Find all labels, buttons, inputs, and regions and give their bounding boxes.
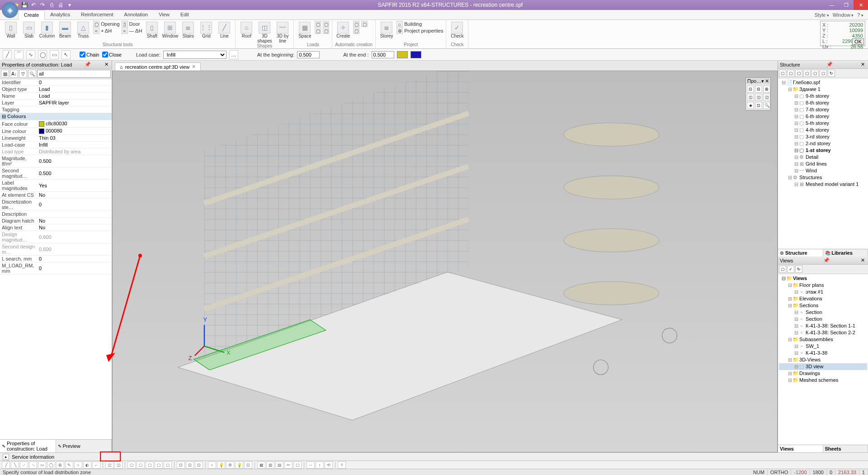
filter-cat-icon[interactable]: ▤ [1, 70, 9, 78]
tool-3d-by-line[interactable]: 〰3D by line [274, 21, 291, 43]
prop-row[interactable]: Label magnitudesYes [0, 180, 112, 192]
auto-tool-2[interactable]: ▢ [353, 28, 359, 34]
tool-space[interactable]: ▦Space [297, 21, 313, 39]
bottom-tool-37[interactable]: ↔ [307, 461, 315, 469]
libraries-tab[interactable]: 📚 Libraries [823, 249, 868, 256]
bottom-tool-27[interactable]: ⚙ [226, 461, 234, 469]
tree-node[interactable]: ⊟📁 Elevations [779, 295, 867, 302]
tool-slab[interactable]: ▭Slab [21, 21, 37, 39]
bottom-tool-18[interactable]: ▢ [155, 461, 163, 469]
bottom-tool-32[interactable]: ▥ [266, 461, 274, 469]
draw-line-icon[interactable]: ╱ [3, 50, 12, 59]
tab-annotation[interactable]: Annotation [119, 10, 154, 19]
bottom-tool-2[interactable]: ⟋ [20, 461, 28, 469]
bottom-tool-35[interactable]: ▢ [293, 461, 302, 469]
load-tool-1[interactable]: ▢ [315, 21, 321, 27]
view-fly-close-icon[interactable]: ✕ [765, 78, 769, 84]
tree-node[interactable]: ⊟▫ Section [779, 309, 867, 316]
tree-node[interactable]: ⊟▢ 7-th storey [779, 106, 867, 113]
filter-funnel-icon[interactable]: ▽ [19, 70, 27, 78]
tab-edit[interactable]: Edit [175, 10, 194, 19]
views-tb-1[interactable]: ▢ [779, 266, 786, 273]
end-input[interactable] [372, 51, 394, 58]
bottom-tool-34[interactable]: ✂ [284, 461, 292, 469]
prop-row[interactable]: Second design m…0.600 [0, 243, 112, 256]
tree-node[interactable]: ⊟⚙ Detail [779, 154, 867, 161]
tool-wall[interactable]: ▯Wall [3, 21, 19, 39]
filter-input[interactable] [37, 70, 111, 78]
coord-ok-button[interactable]: OK [852, 38, 864, 45]
sheets-tab[interactable]: Sheets [823, 445, 868, 452]
bottom-tool-17[interactable]: ▢ [146, 461, 154, 469]
qat-save[interactable]: 💾 [21, 1, 28, 9]
bottom-tool-31[interactable]: ▦ [257, 461, 265, 469]
tree-node[interactable]: ⊟▢ 4-th storey [779, 127, 867, 133]
tool-storey[interactable]: ≣Storey [378, 21, 395, 39]
bottom-tool-5[interactable]: ◯ [47, 461, 55, 469]
struct-tb-6[interactable]: ▢ [820, 70, 827, 77]
tree-node[interactable]: ⊟▢ 1-st storey [779, 147, 867, 154]
tree-node[interactable]: ⊟📁 Floor plans [779, 282, 867, 289]
tool-column[interactable]: ▮Column [39, 21, 55, 39]
color-swatch-2[interactable] [410, 51, 421, 58]
auto-tool-1[interactable]: ▢ [353, 21, 359, 27]
bottom-tool-7[interactable]: ✎ [65, 461, 73, 469]
chain-checkbox[interactable] [80, 52, 85, 57]
bottom-tool-9[interactable]: ◐ [83, 461, 91, 469]
props-tab-construction[interactable]: ✎ Properties of construction: Load [0, 440, 56, 452]
load-tool-2[interactable]: ▢ [315, 28, 321, 34]
qat-print[interactable]: 🖨 [57, 1, 64, 9]
views-tab[interactable]: Views [778, 445, 823, 452]
search-icon[interactable]: 🔍 [28, 70, 36, 78]
prop-row[interactable]: At element CSNo [0, 192, 112, 199]
bottom-tool-16[interactable]: ▢ [137, 461, 145, 469]
bottom-tool-29[interactable]: ⊡ [244, 461, 252, 469]
struct-tb-1[interactable]: ▢ [779, 70, 786, 77]
auto-tool-3[interactable]: ▢ [361, 21, 368, 27]
views-pin-icon[interactable]: 📌 [822, 257, 831, 263]
maximize-button[interactable]: ❐ [839, 0, 854, 10]
tool-ah-minus[interactable]: ≈— ΔH [122, 28, 142, 34]
bottom-tool-8[interactable]: ○ [74, 461, 82, 469]
tree-node[interactable]: ⊟▢ 3-rd storey [779, 133, 867, 140]
tool-beam[interactable]: ▬Beam [57, 21, 73, 39]
tool-grid[interactable]: ⋮⋮Grid [198, 21, 214, 39]
filter-sort-icon[interactable]: A↓ [10, 70, 18, 78]
bottom-tool-39[interactable]: ⟲ [325, 461, 333, 469]
prop-row[interactable]: Magnitude, tf/m²0.500 [0, 155, 112, 167]
draw-pick-icon[interactable]: ↖ [61, 50, 71, 59]
prop-row[interactable]: Discretization ste…0 [0, 199, 112, 211]
view-top-icon[interactable]: ⊡ [747, 86, 754, 93]
prop-row[interactable]: Load-caseInfill [0, 142, 112, 148]
bottom-tool-26[interactable]: 💡 [217, 461, 225, 469]
load-tool-4[interactable]: ▢ [323, 28, 329, 34]
tool-truss[interactable]: △Truss [75, 21, 91, 39]
bottom-tool-12[interactable]: ◫ [105, 461, 113, 469]
prop-row[interactable]: Design magnitud…0.600 [0, 231, 112, 243]
tree-node[interactable]: ⊟▢ 5-th storey [779, 120, 867, 127]
tree-node[interactable]: ⊟⬚ 3D view [779, 363, 867, 370]
tab-view[interactable]: View [153, 10, 175, 19]
prop-row[interactable]: Load typeDistributed by area [0, 148, 112, 155]
color-swatch-1[interactable] [397, 51, 408, 58]
qat-more[interactable]: ▾ [66, 1, 73, 9]
tree-node[interactable]: ⊟📁 Sections [779, 302, 867, 309]
tree-node[interactable]: ⊟▢ 2-nd storey [779, 140, 867, 147]
tool-auto-create[interactable]: ✧Create [335, 21, 351, 39]
view-zoom-icon[interactable]: 🔍 [763, 102, 770, 109]
begin-input[interactable] [297, 51, 320, 58]
bottom-tool-6[interactable]: ⊞ [56, 461, 64, 469]
draw-spline-icon[interactable]: ∿ [26, 50, 35, 59]
loadcase-more-button[interactable]: … [229, 50, 238, 59]
tree-node[interactable]: ⊟▫ К-41-3-38 [779, 350, 867, 356]
tree-node[interactable]: ⊟▫ SW_1 [779, 343, 867, 350]
bottom-tool-3[interactable]: ⟍ [29, 461, 37, 469]
document-tab-close-icon[interactable]: ✕ [192, 64, 196, 70]
bottom-tool-10[interactable]: ⌐ [92, 461, 100, 469]
qat-redo[interactable]: ↷ [39, 1, 46, 9]
bottom-tool-41[interactable]: ? [338, 461, 346, 469]
tool-stairs[interactable]: ≣Stairs [180, 21, 196, 39]
tree-node[interactable]: ⊟⚙ Structures [779, 174, 867, 181]
prop-row[interactable]: Object typeLoad [0, 86, 112, 93]
menu-window[interactable]: Window [833, 12, 854, 18]
